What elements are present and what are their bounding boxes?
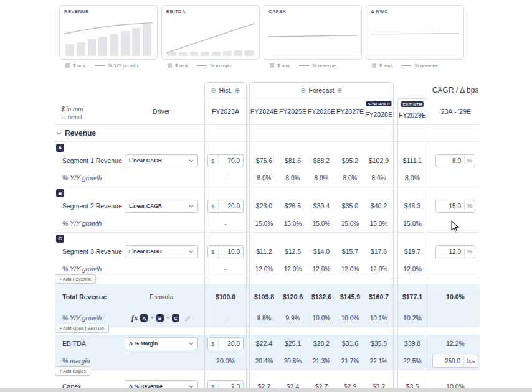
hist-value-input[interactable]: $20.0 (207, 200, 244, 213)
cagr-range-header: '23A - '29E (431, 98, 480, 124)
driver-select[interactable]: Linear CAGR (125, 245, 198, 258)
growth-value: 15.0% (307, 215, 336, 232)
line-series-label: % Y/Y growth (108, 63, 138, 68)
forecast-value: $145.9 (336, 284, 364, 309)
growth-value: 10.1% (364, 309, 393, 327)
forecast-value: $30.4 (307, 197, 336, 215)
add-revenue-button[interactable]: + Add Revenue (55, 274, 96, 284)
chart-legend: $ amt. % margin (168, 63, 260, 68)
growth-row-label: % Y/Y growth (55, 169, 122, 187)
margin-value: 21.7% (336, 352, 364, 370)
select-caret-icon (189, 385, 194, 388)
forecast-value: $102.9 (364, 152, 393, 169)
growth-hist: - (204, 215, 247, 232)
exit-value: $46.3 (397, 197, 427, 215)
hist-value-input[interactable]: $70.0 (207, 154, 244, 167)
chart-title: Δ NWC (371, 9, 388, 14)
fx-icon: fx (131, 314, 138, 323)
chart-title: CAPEX (268, 9, 286, 14)
forecast-value: $109.8 (250, 284, 278, 309)
cagr-input[interactable]: 8.0% (435, 154, 475, 167)
cagr-input[interactable]: 12.0% (435, 245, 475, 258)
growth-hist: - (204, 260, 247, 278)
exit-value: $177.1 (397, 284, 427, 309)
growth-value: 15.0% (336, 215, 364, 232)
forecast-value: $14.0 (307, 243, 336, 260)
hist-group-label: Hist. (219, 86, 232, 94)
chart-trend-line (166, 17, 255, 56)
chart-plot-area (64, 17, 153, 56)
margin-value: 22.1% (364, 352, 393, 370)
bps-input[interactable]: 250.0bps (432, 355, 478, 368)
bar-series-label: $ amt. (175, 63, 189, 68)
segment-name: Segment 1 Revenue (55, 152, 122, 169)
select-caret-icon (189, 342, 194, 345)
growth-value: 10.0% (307, 309, 336, 327)
total-cagr-value: 10.0% (431, 284, 480, 309)
ebitda-block: EBITDA Δ % Margin $20.0 $22.4 $25.1 (55, 335, 480, 370)
growth-exit: 8.0% (397, 169, 427, 187)
forecast-value: $17.6 (364, 243, 393, 260)
detail-collapse-icon[interactable]: ⊖ (61, 115, 66, 121)
cagr-input[interactable]: 15.0% (435, 200, 475, 213)
growth-value: 8.0% (336, 169, 364, 187)
segment-badge-a: A (56, 144, 64, 152)
ebitda-chart: EBITDA (161, 5, 260, 60)
growth-value: 15.0% (278, 215, 307, 232)
select-caret-icon (189, 159, 194, 162)
exit-column-header: EXIT NTM FY2029E (397, 98, 427, 124)
forecast-value: $25.1 (278, 335, 307, 352)
total-hist-value: $100.0 (204, 284, 247, 309)
chart-summary-row: REVENUE $ amt. % Y/Y growth EBITDA (59, 5, 480, 68)
forecast-value: $15.7 (336, 243, 364, 260)
page-bottom-edge (0, 388, 532, 392)
hist-group-header: ⊖ Hist. ⊕ (204, 82, 247, 98)
detail-toggle[interactable]: ⊖ Detail (61, 114, 122, 121)
add-row-gap: + Add Capex (55, 370, 480, 378)
growth-value: 12.0% (278, 260, 307, 278)
formula-driver-label: Formula (122, 284, 201, 309)
hist-value-input[interactable]: $10.0 (207, 245, 244, 258)
hist-expand-icon[interactable]: ⊕ (235, 87, 240, 94)
hist-value-input[interactable]: $20.0 (207, 337, 244, 350)
forecast-value: $35.0 (336, 197, 364, 215)
forecast-value: $120.6 (278, 284, 307, 309)
forecast-column-header: 5-YR HOLD FY2028E (364, 98, 393, 124)
forecast-expand-icon[interactable]: ⊕ (336, 87, 342, 94)
mouse-cursor (451, 220, 460, 233)
add-capex-button[interactable]: + Add Capex (55, 366, 90, 376)
bar-series-icon (65, 63, 70, 68)
hist-collapse-icon[interactable]: ⊖ (211, 87, 216, 94)
line-series-label: % revenue (312, 63, 336, 68)
ebitda-driver-select[interactable]: Δ % Margin (125, 337, 198, 350)
forecast-collapse-icon[interactable]: ⊖ (300, 87, 306, 94)
line-series-label: % revenue (414, 63, 438, 68)
add-row-gap: + Add Revenue (55, 278, 480, 284)
edit-formula-icon[interactable] (184, 315, 191, 322)
add-row-gap: + Add Opex | EBITDA (55, 327, 480, 335)
units-label: $ in mm (61, 106, 122, 113)
segment-name: Segment 2 Revenue (55, 197, 122, 215)
add-opex-button[interactable]: + Add Opex | EBITDA (55, 324, 109, 333)
growth-exit: 15.0% (397, 215, 427, 232)
bar-series-label: $ amt. (379, 63, 393, 68)
growth-value: 8.0% (278, 169, 307, 187)
segment-1-block: A Segment 1 Revenue Linear CAGR $70.0 (55, 142, 480, 187)
forecast-value: $22.4 (250, 335, 278, 352)
driver-select[interactable]: Linear CAGR (125, 200, 198, 213)
growth-exit: 12.0% (397, 260, 427, 278)
nwc-chart: Δ NWC (366, 5, 464, 60)
revenue-section-toggle[interactable]: Revenue (55, 125, 122, 141)
margin-hist: 20.0% (204, 352, 247, 370)
five-year-hold-badge: 5-YR HOLD (366, 101, 391, 106)
growth-value: 8.0% (307, 169, 336, 187)
select-caret-icon (189, 250, 194, 253)
forecast-value: $75.6 (250, 152, 278, 169)
forecast-column-header: FY2026E (307, 98, 336, 124)
margin-exit: 22.5% (397, 352, 427, 370)
driver-table: ⊖ Hist. ⊕ ⊖ Forecast ⊕ CAGR / Δ bps $ in… (55, 82, 480, 392)
driver-select[interactable]: Linear CAGR (125, 154, 198, 167)
forecast-value: $81.6 (278, 152, 307, 169)
detail-label: Detail (68, 114, 82, 121)
line-series-icon (95, 65, 105, 66)
